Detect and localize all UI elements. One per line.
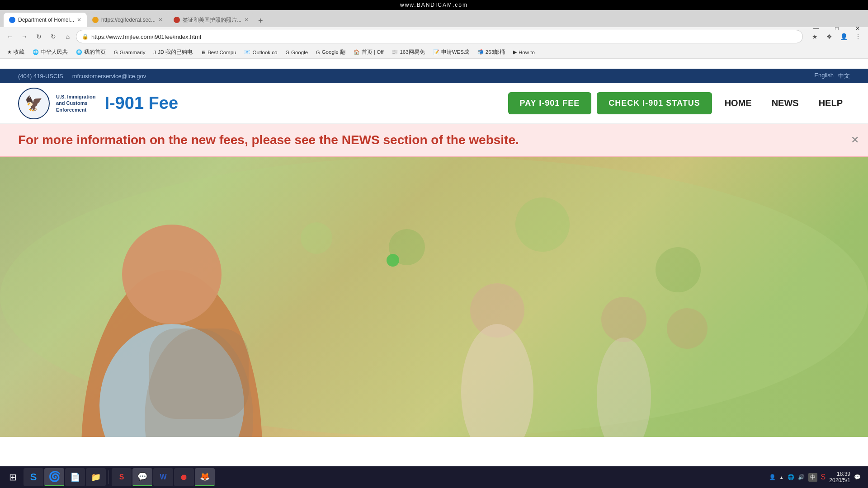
start-icon: ⊞: [9, 472, 17, 483]
bookmark-china[interactable]: 🌐 中华人民共: [29, 48, 71, 56]
bookmark-howto[interactable]: ▶ How to: [509, 48, 538, 56]
website-content: (404) 419-USCIS mfcustomerservice@ice.go…: [0, 69, 868, 437]
email-info: mfcustomerservice@ice.gov: [72, 73, 146, 80]
alert-close-button[interactable]: ✕: [851, 134, 859, 146]
bookmark-howto-label: How to: [519, 50, 535, 55]
taskbar-folder-app[interactable]: 📁: [86, 468, 106, 486]
bookmark-google[interactable]: G Google: [282, 49, 311, 56]
svg-point-10: [515, 197, 570, 252]
svg-point-8: [667, 308, 708, 349]
cursor-indicator: [387, 254, 399, 267]
tab-2[interactable]: https://cgifederal.sec... ✕: [87, 13, 168, 27]
hero-image: [0, 157, 868, 437]
bookmark-263-label: 263邮桶: [486, 49, 505, 56]
new-tab-button[interactable]: +: [254, 14, 267, 27]
forward-button[interactable]: →: [18, 30, 31, 43]
history-button[interactable]: ↻: [47, 30, 60, 43]
bookmark-google-translate-label: Google 翻: [322, 49, 345, 56]
bookmark-wes[interactable]: 📝 申请WES成: [429, 48, 473, 56]
taskbar-system-tray: 👤 ▲ 🌐 🔊 中 S 18:39 2020/5/1 💬: [769, 471, 865, 483]
notification-button[interactable]: 💬: [854, 474, 861, 480]
bookmark-home[interactable]: 🌐 我的首页: [72, 48, 109, 56]
bandicam-watermark: www.BANDICAM.com: [0, 0, 868, 10]
tab3-favicon: [174, 17, 180, 23]
pay-fee-button[interactable]: PAY I-901 FEE: [508, 92, 592, 114]
bookmark-favorites-label: 收藏: [14, 49, 24, 56]
site-nav: PAY I-901 FEE CHECK I-901 STATUS HOME NE…: [508, 92, 850, 114]
bookmark-bestbuy[interactable]: 🖥 Best Compu: [197, 49, 240, 56]
date-display: 2020/5/1: [829, 477, 850, 483]
address-input[interactable]: [91, 33, 797, 40]
bookmark-grammarly-label: Grammarly: [120, 50, 146, 55]
clock[interactable]: 18:39 2020/5/1: [829, 471, 850, 483]
bookmark-wes-label: 申请WES成: [441, 49, 469, 56]
taskbar-firefox-app[interactable]: 🦊: [195, 468, 215, 486]
tab2-label: https://cgifederal.sec...: [101, 17, 156, 23]
logo-circle: 🦅: [18, 88, 50, 119]
close-button[interactable]: ✕: [847, 22, 868, 35]
minimize-button[interactable]: —: [806, 22, 826, 35]
taskbar-notes-app[interactable]: 📄: [65, 468, 85, 486]
bookmark-bestbuy-label: Best Compu: [208, 50, 236, 55]
check-status-button[interactable]: CHECK I-901 STATUS: [597, 92, 712, 114]
nav-news[interactable]: NEWS: [764, 94, 806, 112]
bookmark-263[interactable]: 📬 263邮桶: [474, 48, 509, 56]
extra-app-icon[interactable]: S: [821, 473, 826, 481]
phone-info: (404) 419-USCIS: [18, 73, 63, 80]
nav-home[interactable]: HOME: [717, 94, 759, 112]
home-button[interactable]: ⌂: [61, 30, 74, 43]
sogouinput-icon: S: [119, 473, 124, 481]
bookmark-163-label: 163网易免: [400, 49, 425, 56]
folder-icon: 📁: [91, 472, 101, 482]
tab-3[interactable]: 签证和美国护照的照片... ✕: [168, 13, 254, 27]
bookmark-favorites[interactable]: ★ 收藏: [4, 48, 28, 56]
nav-help[interactable]: HELP: [811, 94, 850, 112]
bandicam-icon: ⏺: [180, 473, 188, 482]
alert-banner: For more information on the new fees, pl…: [0, 124, 868, 157]
network-icon[interactable]: 🌐: [788, 474, 794, 480]
bookmark-google-translate[interactable]: G Google 翻: [312, 48, 349, 56]
bookmark-homepage-label: 首页 | Off: [362, 49, 384, 56]
tab1-favicon: [9, 17, 15, 23]
window-controls: — □ ✕: [806, 20, 868, 37]
site-title: I-901 Fee: [104, 94, 178, 113]
site-info-bar: (404) 419-USCIS mfcustomerservice@ice.go…: [0, 69, 868, 83]
lang-chinese[interactable]: 中文: [838, 72, 850, 80]
maximize-button[interactable]: □: [826, 22, 847, 35]
taskbar-wechat-app[interactable]: 💬: [132, 468, 152, 486]
lang-english[interactable]: English: [814, 72, 834, 80]
volume-icon[interactable]: 🔊: [798, 474, 805, 480]
bookmark-163[interactable]: 📰 163网易免: [388, 48, 428, 56]
chevron-up-icon[interactable]: ▲: [779, 475, 784, 480]
taskbar-word-app[interactable]: W: [153, 468, 173, 486]
bookmark-homepage[interactable]: 🏠 首页 | Off: [350, 48, 387, 56]
star-icon: ★: [7, 49, 12, 55]
taskbar-bandicam-app[interactable]: ⏺: [174, 468, 194, 486]
tab1-close[interactable]: ✕: [77, 17, 81, 23]
alert-text: For more information on the new fees, pl…: [18, 133, 519, 147]
bookmark-jd-label: JD 我的已购电: [158, 49, 193, 56]
tab3-label: 签证和美国护照的照片...: [183, 16, 241, 24]
taskbar-sogouinput-app[interactable]: S: [112, 468, 132, 486]
hero-svg: [0, 157, 868, 437]
notes-icon: 📄: [70, 472, 80, 482]
taskbar-sogou2-app[interactable]: 🌀: [44, 468, 64, 486]
wechat-icon: 💬: [137, 472, 147, 482]
tab3-close[interactable]: ✕: [244, 17, 249, 23]
address-bar[interactable]: 🔒: [76, 30, 803, 43]
bookmark-jd[interactable]: J JD 我的已购电: [150, 48, 196, 56]
bookmark-outlook[interactable]: 📧 Outlook.co: [241, 48, 281, 56]
ime-indicator[interactable]: 中: [808, 473, 817, 482]
tab-1[interactable]: Department of Homel... ✕: [4, 13, 87, 27]
time-display: 18:39: [829, 471, 850, 477]
bookmark-outlook-label: Outlook.co: [252, 50, 277, 55]
info-left: (404) 419-USCIS mfcustomerservice@ice.go…: [18, 73, 146, 80]
tab2-close[interactable]: ✕: [158, 17, 163, 23]
user-account-icon[interactable]: 👤: [769, 474, 776, 480]
back-button[interactable]: ←: [4, 30, 16, 43]
lock-icon: 🔒: [82, 33, 89, 40]
start-button[interactable]: ⊞: [3, 468, 23, 486]
reload-button[interactable]: ↻: [33, 30, 45, 43]
taskbar-sogou-app[interactable]: S: [24, 468, 43, 486]
bookmark-grammarly[interactable]: G Grammarly: [110, 49, 149, 56]
